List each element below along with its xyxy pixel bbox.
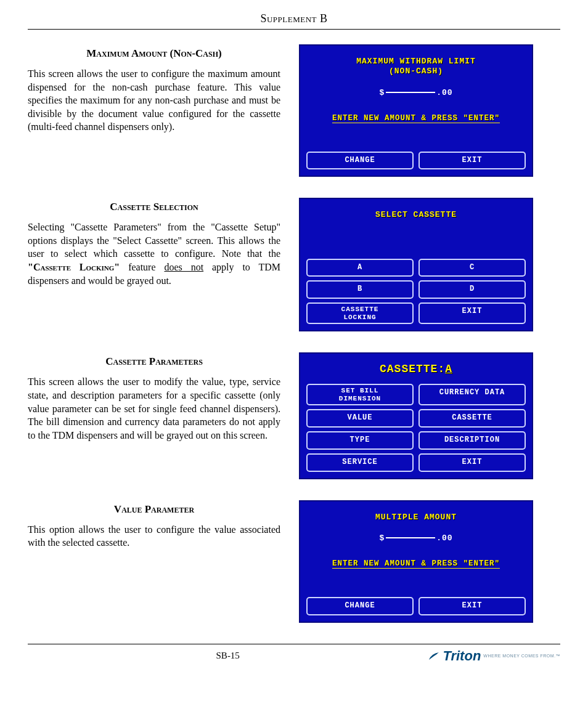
- amount-prefix: $: [379, 533, 385, 543]
- change-button[interactable]: CHANGE: [306, 597, 414, 615]
- title-prefix: CASSETTE:: [380, 363, 445, 375]
- body-mid: feature: [120, 262, 164, 272]
- body-pre: Selecting "Cassette Parameters" from the…: [28, 222, 280, 259]
- title-letter: A: [445, 363, 452, 375]
- section-value-parameter: Value Parameter This option allows the u…: [28, 500, 280, 550]
- locking-line2: LOCKING: [343, 314, 376, 321]
- exit-button[interactable]: EXIT: [419, 302, 526, 324]
- amount-blank[interactable]: [386, 537, 435, 538]
- value-button[interactable]: VALUE: [306, 409, 414, 428]
- description-button[interactable]: DESCRIPTION: [419, 431, 526, 450]
- cassette-a-button[interactable]: A: [306, 259, 414, 277]
- screen-title: SELECT CASSETTE: [306, 210, 526, 220]
- service-button[interactable]: SERVICE: [306, 453, 414, 472]
- logo-tagline: WHERE MONEY COMES FROM.™: [483, 654, 560, 658]
- prompt-text: ENTER NEW AMOUNT & PRESS "ENTER": [332, 114, 500, 123]
- cassette-locking-button[interactable]: CASSETTE LOCKING: [306, 302, 414, 324]
- body-underline: does not: [164, 262, 203, 272]
- screen-title: CASSETTE:A: [306, 362, 526, 376]
- title-line1: MAXIMUM WITHDRAW LIMIT: [356, 57, 476, 66]
- screen-title: MAXIMUM WITHDRAW LIMIT (NON-CASH): [306, 57, 526, 77]
- triton-logo: Triton WHERE MONEY COMES FROM.™: [428, 648, 560, 664]
- line2: DIMENSION: [339, 395, 381, 402]
- amount-prefix: $: [379, 88, 385, 97]
- section-title: Maximum Amount (Non-Cash): [28, 47, 280, 61]
- screen-title: MULTIPLE AMOUNT: [306, 513, 526, 522]
- section-body: Selecting "Cassette Parameters" from the…: [28, 221, 280, 287]
- section-title: Cassette Selection: [28, 200, 280, 214]
- exit-button[interactable]: EXIT: [419, 152, 526, 170]
- amount-suffix: .00: [436, 88, 452, 97]
- type-button[interactable]: TYPE: [306, 431, 414, 450]
- section-title: Cassette Parameters: [28, 355, 280, 369]
- screen-max-withdraw: MAXIMUM WITHDRAW LIMIT (NON-CASH) $.00 E…: [299, 44, 533, 177]
- set-bill-dimension-button[interactable]: SET BILL DIMENSION: [306, 384, 414, 405]
- cassette-c-button[interactable]: C: [419, 259, 526, 277]
- section-cassette-selection: Cassette Selection Selecting "Cassette P…: [28, 198, 280, 287]
- cassette-d-button[interactable]: D: [419, 280, 526, 299]
- body-bold: "Cassette Locking": [28, 262, 120, 272]
- page-header: Supplement B: [28, 12, 560, 30]
- exit-button[interactable]: EXIT: [419, 597, 526, 615]
- page-footer: SB-15 Triton WHERE MONEY COMES FROM.™: [28, 644, 560, 664]
- title-line2: (NON-CASH): [389, 67, 443, 76]
- prompt-text: ENTER NEW AMOUNT & PRESS "ENTER": [332, 559, 500, 569]
- cassette-button[interactable]: CASSETTE: [419, 409, 526, 428]
- logo-text: Triton: [443, 648, 481, 664]
- section-cassette-parameters: Cassette Parameters This screen allows t…: [28, 352, 280, 442]
- section-body: This option allows the user to configure…: [28, 523, 280, 550]
- currency-data-button[interactable]: CURRENCY DATA: [419, 384, 526, 405]
- locking-line1: CASSETTE: [341, 306, 379, 313]
- line1: SET BILL: [341, 387, 379, 394]
- logo-icon: [428, 650, 440, 662]
- amount-blank[interactable]: [386, 92, 435, 93]
- screen-multiple-amount: MULTIPLE AMOUNT $.00 ENTER NEW AMOUNT & …: [299, 500, 533, 623]
- screen-select-cassette: SELECT CASSETTE A C B D CASSETTE LOCKING…: [299, 198, 533, 331]
- amount-display: $.00: [306, 533, 526, 543]
- section-body: This screen allows the user to modify th…: [28, 375, 280, 442]
- change-button[interactable]: CHANGE: [306, 152, 414, 170]
- screen-cassette-params: CASSETTE:A SET BILL DIMENSION CURRENCY D…: [299, 352, 533, 479]
- page-number: SB-15: [216, 651, 240, 661]
- section-max-amount: Maximum Amount (Non-Cash) This screen al…: [28, 44, 280, 134]
- amount-suffix: .00: [436, 533, 452, 543]
- section-title: Value Parameter: [28, 503, 280, 517]
- section-body: This screen allows the user to configure…: [28, 67, 280, 134]
- cassette-b-button[interactable]: B: [306, 280, 414, 299]
- exit-button[interactable]: EXIT: [419, 453, 526, 472]
- amount-display: $.00: [306, 88, 526, 97]
